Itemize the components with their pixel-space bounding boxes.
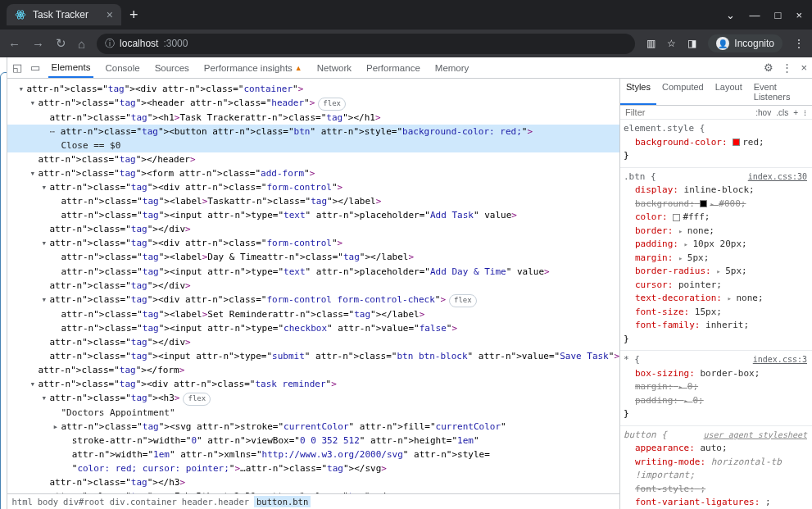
dom-node[interactable]: attr-n">class="tag"></div> — [7, 335, 620, 349]
incognito-label: Incognito — [734, 38, 774, 49]
dom-node[interactable]: ▾attr-n">class="tag"><header attr-n">cla… — [7, 96, 620, 111]
tab-event-listeners[interactable]: Event Listeners — [748, 79, 812, 105]
more-icon[interactable]: ⋮ — [782, 61, 792, 74]
chevron-down-icon[interactable]: ⌄ — [726, 9, 735, 21]
home-icon[interactable]: ⌂ — [78, 37, 85, 51]
cls-toggle[interactable]: .cls — [776, 108, 788, 117]
app-viewport: Task Tracker Close Task Day & Time Set R… — [0, 57, 7, 509]
styles-rules[interactable]: element.style {background-color: red;}.b… — [620, 120, 812, 509]
devtools-close-icon[interactable]: × — [801, 61, 807, 74]
tab-layout[interactable]: Layout — [710, 79, 748, 105]
tab-performance[interactable]: Performance — [363, 57, 424, 78]
dom-breadcrumb[interactable]: htmlbodydiv#rootdiv.containerheader.head… — [7, 493, 620, 509]
styles-panel: Styles Computed Layout Event Listeners :… — [619, 79, 812, 509]
dom-node[interactable]: attr-n">class="tag"><input attr-n">type=… — [7, 321, 620, 335]
device-icon[interactable]: ▭ — [30, 61, 40, 74]
tab-sources[interactable]: Sources — [152, 57, 193, 78]
url-host: localhost — [120, 38, 158, 49]
dom-node[interactable]: attr-n">class="tag"><input attr-n">type=… — [7, 265, 620, 279]
dom-node[interactable]: attr-n">class="tag"></div> — [7, 222, 620, 236]
incognito-badge[interactable]: 👤 Incognito — [708, 34, 783, 52]
incognito-icon: 👤 — [716, 37, 729, 50]
dom-node[interactable]: ▾attr-n">class="tag"><form attr-n">class… — [7, 166, 620, 180]
tab-memory[interactable]: Memory — [432, 57, 473, 78]
dom-node[interactable]: attr-n">class="tag"><label>Day & Timeatt… — [7, 250, 620, 264]
reload-icon[interactable]: ↻ — [56, 36, 66, 51]
bookmark-icon[interactable]: ☆ — [667, 38, 676, 49]
svg-point-0 — [20, 14, 21, 16]
dom-node[interactable]: ▾attr-n">class="tag"><div attr-n">class=… — [7, 377, 620, 391]
app-container: Task Tracker Close Task Day & Time Set R… — [0, 72, 7, 509]
browser-tab[interactable]: Task Tracker × — [7, 4, 121, 25]
dom-node[interactable]: attr-n">class="tag"><input attr-n">type=… — [7, 208, 620, 222]
tab-computed[interactable]: Computed — [656, 79, 710, 105]
styles-tabs: Styles Computed Layout Event Listeners — [620, 79, 812, 106]
dom-node[interactable]: ▾attr-n">class="tag"><div attr-n">class=… — [7, 236, 620, 250]
inspect-icon[interactable]: ◱ — [12, 61, 22, 74]
back-icon[interactable]: ← — [8, 37, 20, 51]
dom-node[interactable]: attr-n">class="tag"><h1>Task Trackerattr… — [7, 111, 620, 125]
dom-node[interactable]: attr-n">class="tag"><label>Set Remindera… — [7, 307, 620, 321]
styles-filter-input[interactable] — [625, 107, 751, 117]
dom-node[interactable]: ▾attr-n">class="tag"><div attr-n">class=… — [7, 293, 620, 307]
hov-toggle[interactable]: :hov — [755, 108, 771, 117]
panel-icon[interactable]: ◨ — [687, 38, 696, 49]
dom-node[interactable]: attr-n">class="tag"></div> — [7, 279, 620, 293]
minimize-icon[interactable]: ― — [750, 9, 760, 21]
dom-tree[interactable]: ▾attr-n">class="tag"><div attr-n">class=… — [7, 79, 620, 493]
close-window-icon[interactable]: × — [796, 9, 802, 21]
styles-more-icon[interactable]: ⫶ — [803, 108, 807, 117]
browser-title-bar: Task Tracker × + ⌄ ― □ × — [0, 0, 812, 30]
url-port: :3000 — [163, 38, 188, 49]
dom-node[interactable]: ▾attr-n">class="tag"><div attr-n">class=… — [7, 82, 620, 96]
dom-node[interactable]: attr-n">class="tag"><input attr-n">type=… — [7, 349, 620, 363]
dom-node[interactable]: "Doctors Appointment" — [7, 406, 620, 420]
dom-node[interactable]: attr-n">class="tag"></form> — [7, 363, 620, 377]
devtools: ◱ ▭ Elements Console Sources Performance… — [7, 57, 813, 509]
address-bar[interactable]: ⓘ localhost:3000 — [97, 34, 635, 54]
dom-node[interactable]: "color: red; cursor: pointer;">…attr-n">… — [7, 461, 620, 475]
gear-icon[interactable]: ⚙ — [764, 61, 773, 74]
dom-node[interactable]: attr-n">class="tag"></h3> — [7, 475, 620, 489]
elements-panel: ▾attr-n">class="tag"><div attr-n">class=… — [7, 79, 620, 509]
dom-node[interactable]: ▾attr-n">class="tag"><h3>flex — [7, 391, 620, 406]
tab-elements[interactable]: Elements — [48, 57, 94, 78]
new-tab-button[interactable]: + — [129, 7, 138, 24]
dom-node[interactable]: ▸attr-n">class="tag"><svg attr-n">stroke… — [7, 420, 620, 434]
dom-node[interactable]: ▾attr-n">class="tag"><div attr-n">class=… — [7, 180, 620, 194]
forward-icon[interactable]: → — [32, 37, 44, 51]
new-rule-icon[interactable]: + — [793, 108, 798, 117]
dom-node[interactable]: attr-n">class="tag"></header> — [7, 152, 620, 166]
tab-network[interactable]: Network — [314, 57, 355, 78]
menu-icon[interactable]: ⋮ — [794, 38, 804, 49]
tab-console[interactable]: Console — [102, 57, 143, 78]
dom-node[interactable]: stroke-attr-n">width="0" attr-n">viewBox… — [7, 434, 620, 448]
window-controls: ⌄ ― □ × — [726, 9, 812, 21]
dom-node[interactable]: ⋯ attr-n">class="tag"><button attr-n">cl… — [7, 125, 620, 139]
tab-styles[interactable]: Styles — [620, 79, 656, 105]
tab-close-icon[interactable]: × — [107, 9, 113, 20]
dom-node[interactable]: attr-n">class="tag"><label>Taskattr-n">c… — [7, 194, 620, 208]
react-favicon-icon — [15, 9, 26, 20]
address-toolbar: ← → ↻ ⌂ ⓘ localhost:3000 ▥ ☆ ◨ 👤 Incogni… — [0, 30, 812, 57]
dom-node[interactable]: Close == $0 — [7, 139, 620, 152]
site-info-icon[interactable]: ⓘ — [105, 37, 115, 51]
tab-perf-insights[interactable]: Performance insights — [201, 57, 306, 78]
maximize-icon[interactable]: □ — [775, 9, 782, 21]
tab-title: Task Tracker — [33, 9, 100, 20]
dom-node[interactable]: attr-n">width="1em" attr-n">xmlns="http:… — [7, 448, 620, 461]
extensions-icon[interactable]: ▥ — [646, 38, 655, 49]
devtools-tabs: ◱ ▭ Elements Console Sources Performance… — [7, 57, 813, 79]
